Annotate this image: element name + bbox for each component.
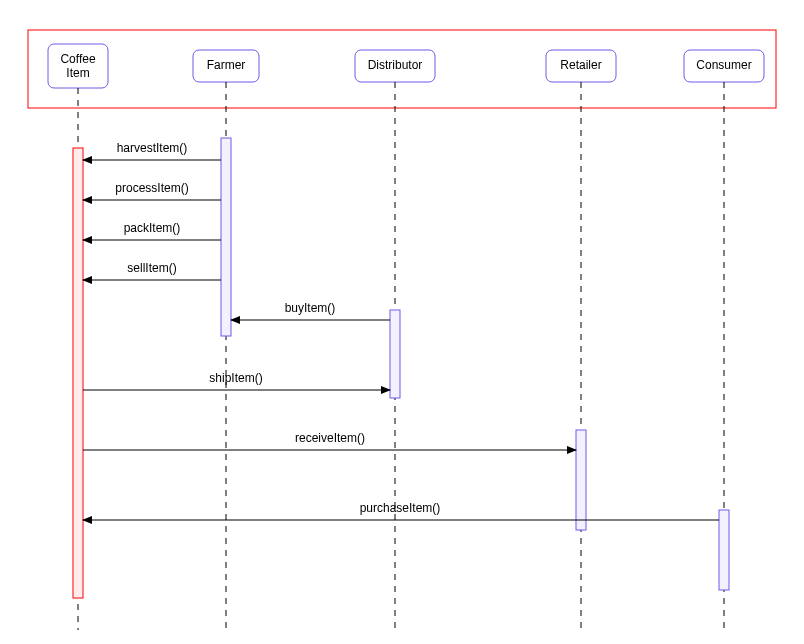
- actor-consumer-label: Consumer: [696, 58, 751, 72]
- activation-farmer: [221, 138, 231, 336]
- msg-ship-label: shipItem(): [209, 371, 262, 385]
- actor-coffee-label-line1: Coffee: [60, 52, 95, 66]
- msg-sell-label: sellItem(): [127, 261, 176, 275]
- activation-coffee: [73, 148, 83, 598]
- activation-consumer: [719, 510, 729, 590]
- actor-retailer-label: Retailer: [560, 58, 601, 72]
- msg-pack-label: packItem(): [124, 221, 181, 235]
- actor-farmer-label: Farmer: [207, 58, 246, 72]
- msg-receive-label: receiveItem(): [295, 431, 365, 445]
- actor-distributor-label: Distributor: [368, 58, 423, 72]
- actor-farmer: Farmer: [193, 50, 259, 630]
- activation-distributor: [390, 310, 400, 398]
- activation-retailer: [576, 430, 586, 530]
- actor-retailer: Retailer: [546, 50, 616, 630]
- msg-process-label: processItem(): [115, 181, 188, 195]
- msg-purchase-label: purchaseItem(): [360, 501, 441, 515]
- msg-buy-label: buyItem(): [285, 301, 336, 315]
- sequence-diagram: Coffee Item Farmer Distributor Retailer …: [0, 0, 804, 644]
- msg-harvest-label: harvestItem(): [117, 141, 188, 155]
- actor-coffee-label-line2: Item: [66, 66, 89, 80]
